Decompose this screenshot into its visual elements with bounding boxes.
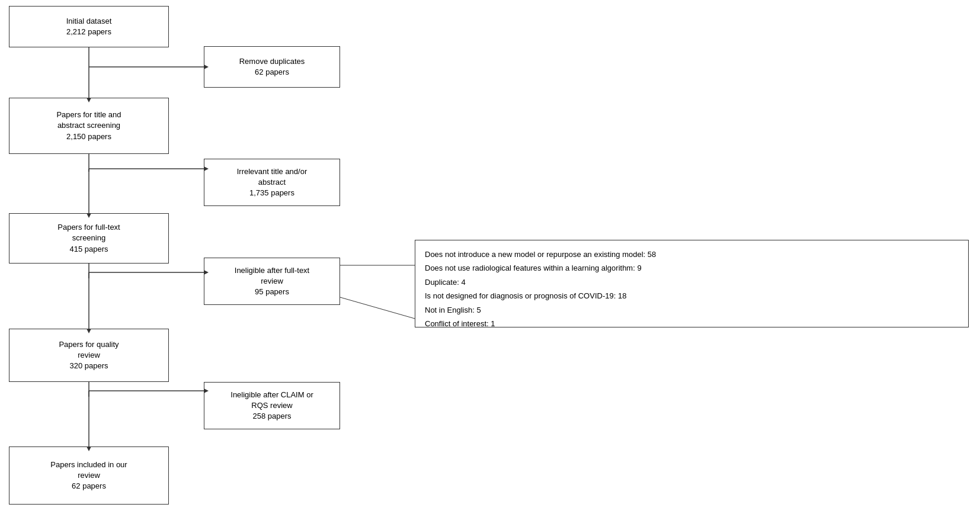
ineligible-fulltext-box: Ineligible after full-textreview95 paper…	[204, 258, 340, 305]
fulltext-screening-box: Papers for full-textscreening415 papers	[9, 213, 169, 264]
exclusion-reasons-label: Does not introduce a new model or repurp…	[425, 248, 656, 330]
svg-line-21	[340, 297, 415, 319]
irrelevant-title-box: Irrelevant title and/orabstract1,735 pap…	[204, 159, 340, 206]
fulltext-screening-label: Papers for full-textscreening415 papers	[57, 222, 120, 255]
flowchart: Initial dataset2,212 papers Remove dupli…	[0, 0, 980, 514]
included-review-box: Papers included in ourreview62 papers	[9, 446, 169, 505]
initial-dataset-box: Initial dataset2,212 papers	[9, 6, 169, 47]
remove-duplicates-box: Remove duplicates62 papers	[204, 46, 340, 88]
irrelevant-title-label: Irrelevant title and/orabstract1,735 pap…	[237, 166, 308, 199]
included-review-label: Papers included in ourreview62 papers	[50, 460, 127, 492]
quality-review-box: Papers for qualityreview320 papers	[9, 329, 169, 382]
title-abstract-label: Papers for title andabstract screening2,…	[56, 110, 121, 142]
quality-review-label: Papers for qualityreview320 papers	[59, 339, 119, 372]
title-abstract-box: Papers for title andabstract screening2,…	[9, 98, 169, 154]
exclusion-reasons-box: Does not introduce a new model or repurp…	[415, 240, 969, 327]
initial-dataset-label: Initial dataset2,212 papers	[66, 16, 112, 37]
remove-duplicates-label: Remove duplicates62 papers	[239, 56, 305, 78]
ineligible-claim-box: Ineligible after CLAIM orRQS review258 p…	[204, 382, 340, 429]
ineligible-fulltext-label: Ineligible after full-textreview95 paper…	[235, 265, 309, 298]
ineligible-claim-label: Ineligible after CLAIM orRQS review258 p…	[230, 390, 313, 422]
